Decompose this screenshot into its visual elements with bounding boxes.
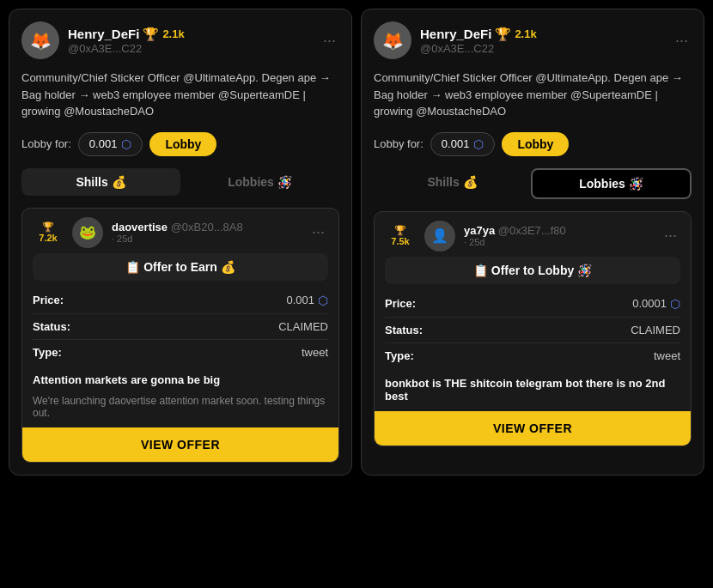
view-offer-button[interactable]: VIEW OFFER — [22, 427, 338, 462]
card-right: 🦊 Henry_DeFi 🏆 2.1k @0xA3E...C22 ··· Com… — [361, 9, 704, 476]
offer-details: Price: 0.0001 ⬡ Status: CLAIMED Type: tw… — [375, 291, 691, 368]
follower-count: 2.1k — [515, 27, 536, 40]
offer-meta: · 25d — [112, 233, 300, 244]
price-value: 0.0001 ⬡ — [632, 297, 680, 311]
profile-handle: @0xA3E...C22 — [68, 42, 311, 55]
offer-type-row: Type: tweet — [385, 343, 680, 368]
price-label: Price: — [385, 297, 416, 311]
lobby-label: Lobby for: — [21, 137, 71, 150]
tab-0[interactable]: Shills 💰 — [21, 168, 180, 196]
profile-handle: @0xA3E...C22 — [420, 42, 663, 55]
offer-price-row: Price: 0.001 ⬡ — [33, 288, 328, 314]
offer-header-row: 🏆 7.2k 🐸 daovertise @0xB20...8A8 · 25d ·… — [22, 209, 338, 253]
offer-description: bonkbot is THE shitcoin telegram bot the… — [375, 368, 691, 411]
tab-1[interactable]: Lobbies 🪅 — [180, 168, 339, 196]
bio-text: Community/Chief Sticker Officer @Ultimat… — [21, 70, 339, 120]
status-value: CLAIMED — [278, 320, 328, 333]
profile-name: Henry_DeFi 🏆 2.1k — [68, 27, 311, 42]
trophy-emoji-offer: 🏆 — [394, 225, 406, 236]
offer-title: 📋 Offer to Lobby 🪅 — [385, 257, 680, 284]
offer-price-row: Price: 0.0001 ⬡ — [385, 291, 680, 318]
tab-0[interactable]: Shills 💰 — [374, 168, 531, 199]
offer-header-row: 🏆 7.5k 👤 ya7ya @0x3E7...f80 · 25d ··· — [375, 212, 691, 257]
type-label: Type: — [33, 346, 62, 359]
trophy-count-value: 7.5k — [391, 236, 409, 246]
type-label: Type: — [385, 349, 414, 362]
profile-header: 🦊 Henry_DeFi 🏆 2.1k @0xA3E...C22 ··· — [21, 21, 339, 59]
lobby-button[interactable]: Lobby — [149, 132, 216, 156]
offer-more-button[interactable]: ··· — [661, 223, 680, 248]
tabs: Shills 💰Lobbies 🪅 — [21, 168, 339, 196]
offer-meta: · 25d — [464, 237, 652, 247]
price-value: 0.001 ⬡ — [286, 294, 328, 307]
offer-user-avatar: 🐸 — [72, 217, 103, 248]
lobby-amount-value: 0.001 — [89, 137, 118, 150]
trophy-emoji-offer: 🏆 — [42, 221, 54, 233]
offer-username: daovertise @0xB20...8A8 — [112, 221, 300, 233]
eth-icon-price: ⬡ — [318, 294, 328, 307]
username-text: Henry_DeFi — [420, 27, 491, 41]
profile-info: Henry_DeFi 🏆 2.1k @0xA3E...C22 — [68, 27, 311, 55]
trophy-count: 🏆 7.2k — [33, 221, 64, 243]
lobby-row: Lobby for: 0.001 ⬡ Lobby — [374, 132, 692, 156]
profile-header: 🦊 Henry_DeFi 🏆 2.1k @0xA3E...C22 ··· — [374, 21, 692, 59]
eth-icon: ⬡ — [473, 137, 484, 151]
more-options-button[interactable]: ··· — [672, 28, 692, 53]
lobby-button[interactable]: Lobby — [502, 132, 569, 156]
offer-type-row: Type: tweet — [33, 340, 328, 365]
avatar: 🦊 — [21, 21, 59, 59]
follower-count: 2.1k — [162, 27, 184, 40]
offer-description: Attention markets are gonna be big — [22, 365, 338, 395]
offer-card: 🏆 7.2k 🐸 daovertise @0xB20...8A8 · 25d ·… — [21, 208, 339, 463]
offer-status-row: Status: CLAIMED — [33, 314, 328, 340]
avatar: 🦊 — [374, 21, 411, 59]
offer-user-avatar: 👤 — [424, 221, 455, 252]
lobby-amount-value: 0.001 — [442, 137, 470, 150]
status-label: Status: — [33, 320, 70, 333]
type-value: tweet — [302, 346, 328, 359]
offer-sub-description: We're launching daovertise attention mar… — [22, 395, 338, 427]
eth-icon: ⬡ — [121, 137, 131, 151]
trophy-emoji: 🏆 — [143, 27, 159, 42]
lobby-row: Lobby for: 0.001 ⬡ Lobby — [21, 132, 339, 156]
offer-more-button[interactable]: ··· — [308, 220, 328, 245]
trophy-count-value: 7.2k — [39, 233, 57, 243]
more-options-button[interactable]: ··· — [320, 28, 339, 53]
offer-user-info: daovertise @0xB20...8A8 · 25d — [112, 221, 300, 244]
tabs: Shills 💰Lobbies 🪅 — [374, 168, 692, 199]
price-label: Price: — [33, 294, 64, 307]
type-value: tweet — [654, 349, 680, 362]
bio-text: Community/Chief Sticker Officer @Ultimat… — [374, 70, 692, 120]
trophy-emoji: 🏆 — [495, 27, 511, 42]
trophy-count: 🏆 7.5k — [385, 225, 416, 246]
username-text: Henry_DeFi — [68, 27, 139, 41]
tab-1[interactable]: Lobbies 🪅 — [531, 168, 692, 199]
offer-user-info: ya7ya @0x3E7...f80 · 25d — [464, 224, 652, 247]
status-label: Status: — [385, 324, 423, 336]
offer-card: 🏆 7.5k 👤 ya7ya @0x3E7...f80 · 25d ··· 📋 … — [374, 211, 692, 446]
card-left: 🦊 Henry_DeFi 🏆 2.1k @0xA3E...C22 ··· Com… — [9, 9, 352, 476]
offer-details: Price: 0.001 ⬡ Status: CLAIMED Type: twe… — [22, 288, 338, 365]
lobby-amount: 0.001 ⬡ — [430, 132, 496, 156]
profile-info: Henry_DeFi 🏆 2.1k @0xA3E...C22 — [420, 27, 663, 55]
offer-username: ya7ya @0x3E7...f80 — [464, 224, 652, 237]
offer-title: 📋 Offer to Earn 💰 — [33, 253, 328, 281]
view-offer-button[interactable]: VIEW OFFER — [375, 411, 691, 446]
lobby-label: Lobby for: — [374, 137, 424, 150]
cards-container: 🦊 Henry_DeFi 🏆 2.1k @0xA3E...C22 ··· Com… — [9, 9, 704, 476]
lobby-amount: 0.001 ⬡ — [78, 132, 143, 156]
status-value: CLAIMED — [631, 324, 680, 336]
profile-name: Henry_DeFi 🏆 2.1k — [420, 27, 663, 42]
offer-status-row: Status: CLAIMED — [385, 318, 680, 343]
eth-icon-price: ⬡ — [670, 297, 680, 311]
